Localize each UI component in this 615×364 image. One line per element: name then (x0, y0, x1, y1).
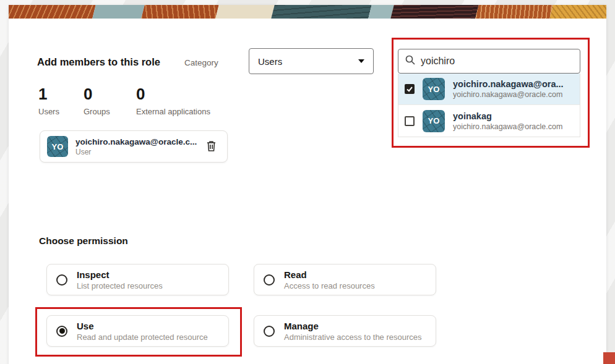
avatar: YO (423, 78, 445, 100)
banner-segment (368, 5, 394, 19)
permission-option-read[interactable]: Read Access to read resources (254, 264, 436, 295)
permission-option-use[interactable]: Use Read and update protected resource (46, 315, 229, 347)
result-checkbox-unchecked[interactable] (405, 116, 415, 126)
selected-member-type: User (75, 148, 197, 156)
result-title: yoichiro.nakagawa@ora... (453, 79, 574, 89)
category-select-value: Users (258, 56, 358, 67)
permission-text: Read Access to read resources (284, 269, 375, 290)
banner-segment (390, 5, 478, 19)
result-text: yoichiro.nakagawa@ora... yoichiro.nakaga… (453, 79, 574, 99)
corner-accent-square (603, 352, 615, 364)
banner-segments (9, 5, 606, 19)
search-result-row[interactable]: YO yoinakag yoichiro.nakagawa@oracle.com (398, 105, 580, 137)
permission-text: Manage Administrative access to the reso… (284, 321, 422, 342)
count-groups: 0 Groups (84, 85, 110, 116)
page-title: Add members to this role (37, 56, 160, 68)
permission-text: Use Read and update protected resource (77, 321, 208, 342)
count-external-applications-value: 0 (136, 85, 210, 103)
permission-title: Read (284, 269, 375, 280)
result-title: yoinakag (453, 111, 574, 121)
avatar: YO (47, 136, 68, 157)
count-users-label: Users (38, 107, 59, 116)
count-groups-value: 0 (84, 85, 110, 103)
choose-permission-heading: Choose permission (39, 235, 128, 247)
search-icon (405, 54, 416, 68)
count-users-value: 1 (38, 85, 59, 103)
radio-unselected-icon[interactable] (264, 274, 275, 286)
banner-segment (9, 5, 96, 19)
banner-segment (549, 5, 606, 19)
count-external-applications: 0 External applications (136, 85, 210, 116)
permission-description: List protected resources (77, 281, 163, 290)
member-search-box (398, 49, 580, 74)
banner-segment (141, 5, 218, 19)
category-select[interactable]: Users (249, 48, 374, 74)
radio-selected-icon[interactable] (56, 326, 67, 337)
category-label: Category (184, 58, 218, 67)
count-external-applications-label: External applications (136, 107, 210, 116)
banner-segment (475, 5, 553, 19)
count-users: 1 Users (38, 85, 59, 116)
result-subtitle: yoichiro.nakagawa@oracle.com (453, 90, 574, 99)
avatar: YO (423, 110, 445, 132)
search-results-list: YO yoichiro.nakagawa@ora... yoichiro.nak… (398, 74, 580, 137)
member-search-input[interactable] (421, 56, 574, 67)
permission-title: Inspect (77, 269, 163, 280)
permission-title: Manage (284, 321, 422, 331)
count-groups-label: Groups (84, 107, 110, 116)
radio-unselected-icon[interactable] (56, 274, 67, 286)
page: Add members to this role Category Users … (0, 0, 615, 364)
trash-icon (205, 140, 217, 154)
result-subtitle: yoichiro.nakagawa@oracle.com (453, 122, 574, 131)
result-checkbox-checked[interactable] (405, 84, 415, 94)
decorative-banner (9, 5, 606, 19)
selected-member-chip: YO yoichiro.nakagawa@oracle.c... User (40, 130, 228, 163)
selected-member-name: yoichiro.nakagawa@oracle.c... (75, 137, 197, 146)
radio-unselected-icon[interactable] (264, 326, 275, 337)
permission-text: Inspect List protected resources (77, 269, 163, 290)
permission-option-inspect[interactable]: Inspect List protected resources (46, 264, 229, 295)
banner-segment (92, 5, 144, 19)
chevron-down-icon (358, 59, 364, 63)
permission-option-manage[interactable]: Manage Administrative access to the reso… (254, 315, 436, 347)
remove-member-button[interactable] (204, 138, 218, 155)
banner-segment (271, 5, 371, 19)
search-result-row[interactable]: YO yoichiro.nakagawa@ora... yoichiro.nak… (398, 74, 580, 105)
banner-segment (215, 5, 274, 19)
selected-member-text: yoichiro.nakagawa@oracle.c... User (75, 137, 197, 156)
permission-title: Use (77, 321, 208, 331)
permission-description: Access to read resources (284, 281, 375, 290)
permission-description: Read and update protected resource (77, 332, 208, 342)
permission-description: Administrative access to the resources (284, 332, 422, 342)
result-text: yoinakag yoichiro.nakagawa@oracle.com (453, 111, 574, 131)
content-card: Add members to this role Category Users … (9, 5, 606, 364)
